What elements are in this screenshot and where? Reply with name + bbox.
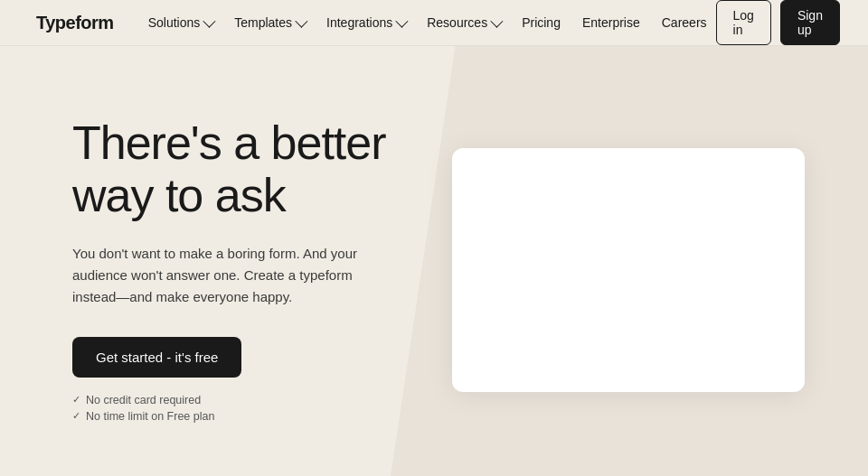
checkmark-icon: ✓	[72, 410, 80, 422]
chevron-down-icon	[203, 15, 216, 28]
hero-visual-card	[452, 148, 805, 392]
nav-link-templates[interactable]: Templates	[225, 10, 314, 35]
chevron-down-icon	[396, 15, 409, 28]
hero-title: There's a better way to ask	[72, 117, 452, 220]
nav-links: SolutionsTemplatesIntegrationsResourcesP…	[139, 10, 716, 35]
hero-check-item: ✓No credit card required	[72, 394, 452, 406]
hero-section: There's a better way to ask You don't wa…	[0, 46, 868, 476]
nav-right: Log in Sign up	[716, 0, 840, 45]
checkmark-icon: ✓	[72, 394, 80, 406]
chevron-down-icon	[295, 15, 307, 28]
cta-button[interactable]: Get started - it's free	[72, 337, 241, 378]
nav-link-enterprise[interactable]: Enterprise	[573, 10, 649, 35]
nav-link-pricing[interactable]: Pricing	[513, 10, 570, 35]
nav-link-careers[interactable]: Careers	[653, 10, 716, 35]
hero-checks-list: ✓No credit card required✓No time limit o…	[72, 394, 452, 423]
navbar: Typeform SolutionsTemplatesIntegrationsR…	[0, 0, 868, 46]
nav-left: Typeform SolutionsTemplatesIntegrationsR…	[36, 10, 716, 35]
nav-link-solutions[interactable]: Solutions	[139, 10, 222, 35]
login-button[interactable]: Log in	[716, 0, 771, 45]
logo[interactable]: Typeform	[36, 13, 114, 33]
signup-button[interactable]: Sign up	[780, 0, 840, 45]
hero-check-item: ✓No time limit on Free plan	[72, 410, 452, 423]
hero-content: There's a better way to ask You don't wa…	[72, 117, 452, 422]
hero-description: You don't want to make a boring form. An…	[72, 243, 380, 308]
nav-link-integrations[interactable]: Integrations	[317, 10, 414, 35]
nav-link-resources[interactable]: Resources	[418, 10, 509, 35]
chevron-down-icon	[490, 15, 503, 28]
